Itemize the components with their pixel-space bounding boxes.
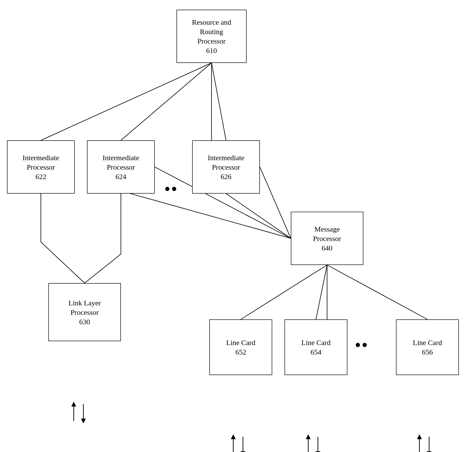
node-ip626-label: IntermediateProcessor626 [208,153,244,181]
svg-line-10 [226,194,291,238]
svg-line-1 [121,63,212,140]
dots-linecard: ●● [355,339,368,350]
svg-line-5 [41,242,85,283]
node-lc652: Line Card652 [209,319,272,375]
node-mp640-label: MessageProcessor640 [313,224,341,253]
arrows-lc654 [302,434,331,452]
node-ip626: IntermediateProcessor626 [192,140,260,194]
connections-svg [0,0,476,452]
svg-marker-21 [231,434,236,439]
svg-marker-17 [71,402,76,407]
svg-line-0 [41,63,212,140]
node-lc652-label: Line Card652 [226,338,256,357]
node-lc656: Line Card656 [396,319,459,375]
svg-marker-29 [417,434,422,439]
node-lc656-label: Line Card656 [413,338,442,357]
node-mp640: MessageProcessor640 [291,212,363,265]
node-lc654: Line Card654 [285,319,347,375]
svg-line-8 [260,167,291,238]
svg-line-12 [241,265,327,319]
node-rrp: Resource andRoutingProcessor610 [176,10,247,63]
node-ip622-label: IntermediateProcessor622 [22,153,59,181]
svg-line-13 [316,265,327,319]
node-ip624-label: IntermediateProcessor624 [103,153,139,181]
node-llp630: Link LayerProcessor630 [48,283,121,341]
arrows-llp630 [68,402,97,431]
arrows-lc656 [413,434,442,452]
svg-line-2 [212,63,226,140]
arrows-lc652 [227,434,256,452]
svg-marker-25 [306,434,311,439]
node-ip622: IntermediateProcessor622 [7,140,75,194]
node-ip624: IntermediateProcessor624 [87,140,155,194]
svg-marker-19 [81,419,86,423]
svg-line-7 [85,254,121,283]
node-rrp-label: Resource andRoutingProcessor610 [192,17,231,55]
diagram: Resource andRoutingProcessor610 Intermed… [0,0,476,452]
node-llp630-label: Link LayerProcessor630 [68,298,101,326]
svg-line-14 [327,265,427,319]
node-lc654-label: Line Card654 [301,338,331,357]
dots-intermediate: ●● [164,183,178,194]
